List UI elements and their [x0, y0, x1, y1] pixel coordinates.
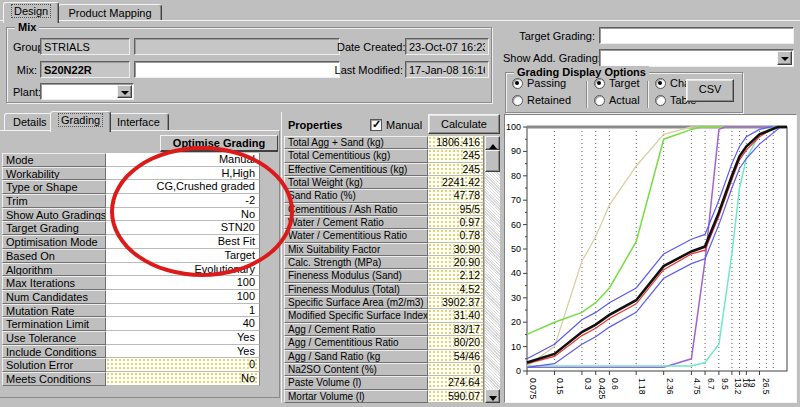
row-value[interactable]: 20.90	[428, 256, 484, 269]
table-row: Termination Limit40	[2, 317, 278, 331]
row-value[interactable]: Yes	[106, 345, 260, 359]
table-row: Total Cementitious (kg)245	[284, 149, 484, 162]
csv-button[interactable]: CSV	[686, 79, 734, 102]
table-row: AlgorithmEvolutionary	[2, 263, 278, 277]
grading-chart-panel: 01020304050607080901000.0750.150.30.4250…	[504, 114, 797, 403]
row-value[interactable]: 2.12	[428, 269, 484, 282]
row-value[interactable]: 0.78	[428, 229, 484, 242]
table-row: Mortar Volume (l)590.07	[284, 390, 484, 403]
scrollbar-thumb[interactable]	[485, 150, 500, 172]
properties-table: Total Agg + Sand (kg)1806.416Total Cemen…	[284, 136, 484, 403]
tab-design[interactable]: Design	[3, 2, 59, 23]
mix-description-field[interactable]	[134, 61, 340, 78]
row-value[interactable]: No	[106, 372, 260, 386]
row-value[interactable]: 83/17	[428, 323, 484, 336]
table-row: Na2SO Content (%)0	[284, 363, 484, 376]
svg-text:90: 90	[511, 146, 521, 156]
row-value[interactable]: 0.97	[428, 216, 484, 229]
row-value[interactable]: 0	[106, 358, 260, 372]
row-value[interactable]: CG,Crushed graded	[106, 180, 260, 194]
row-value[interactable]: Evolutionary	[106, 263, 260, 277]
table-row: Cementitious / Ash Ratio95/5	[284, 203, 484, 216]
row-value[interactable]: -2	[106, 194, 260, 208]
properties-title: Properties	[288, 119, 342, 131]
svg-text:4.75: 4.75	[692, 378, 702, 395]
table-row: Trim-2	[2, 194, 278, 208]
row-label: Total Cementitious (kg)	[284, 149, 428, 162]
row-value[interactable]: 95/5	[428, 203, 484, 216]
row-value[interactable]: No	[106, 208, 260, 222]
row-label: Effective Cementitious (kg)	[284, 163, 428, 176]
group-description-field[interactable]	[134, 38, 340, 55]
tab-interface[interactable]: Interface	[108, 113, 169, 131]
radio-passing[interactable]: Passing	[512, 77, 566, 89]
date-created-field[interactable]	[405, 38, 489, 55]
row-label: Agg / Cementitious Ratio	[284, 336, 428, 349]
target-grading-label: Target Grading:	[513, 30, 595, 42]
row-label: Solution Error	[2, 358, 106, 372]
svg-text:9.5: 9.5	[720, 378, 730, 390]
tab-grading[interactable]: Grading	[50, 111, 111, 132]
row-value[interactable]: 30.90	[428, 243, 484, 256]
mix-field[interactable]	[40, 61, 130, 78]
plant-combobox[interactable]	[40, 83, 134, 100]
row-value[interactable]: 47.78	[428, 189, 484, 202]
target-grading-input[interactable]	[599, 27, 794, 44]
row-label: Cementitious / Ash Ratio	[284, 203, 428, 216]
tab-details[interactable]: Details	[4, 113, 56, 131]
table-row: Show Auto GradingsNo	[2, 208, 278, 222]
row-label: Total Agg + Sand (kg)	[284, 136, 428, 149]
row-value[interactable]: 245	[428, 149, 484, 162]
table-row: Max Iterations100	[2, 276, 278, 290]
radio-target[interactable]: Target	[594, 77, 640, 89]
row-value[interactable]: H,High	[106, 167, 260, 181]
row-value[interactable]: STN20	[106, 221, 260, 235]
optimise-grading-header[interactable]: Optimise Grading	[160, 135, 278, 152]
tab-page-edge	[0, 20, 800, 22]
row-label: Mix Suitability Factor	[284, 243, 428, 256]
row-value[interactable]: 3902.37	[428, 296, 484, 309]
row-value[interactable]: 4.52	[428, 283, 484, 296]
scroll-down-button[interactable]	[485, 389, 500, 403]
table-row: Total Weight (kg)2241.42	[284, 176, 484, 189]
row-value[interactable]: 274.64	[428, 376, 484, 389]
last-modified-field[interactable]	[405, 61, 489, 78]
row-value[interactable]: 0	[428, 363, 484, 376]
row-label: Termination Limit	[2, 317, 106, 331]
row-label: Fineness Modulus (Sand)	[284, 269, 428, 282]
row-value[interactable]: 31.40	[428, 309, 484, 322]
row-value[interactable]: 590.07	[428, 390, 484, 403]
row-value[interactable]: Yes	[106, 331, 260, 345]
row-value[interactable]: 2241.42	[428, 176, 484, 189]
row-value[interactable]: Manual	[106, 153, 260, 167]
row-value[interactable]: 80/20	[428, 336, 484, 349]
row-value[interactable]: 100	[106, 290, 260, 304]
radio-actual[interactable]: Actual	[594, 94, 640, 106]
calculate-button[interactable]: Calculate	[428, 114, 500, 134]
table-row: Specific Surface Area (m2/m3)3902.37	[284, 296, 484, 309]
table-row: Agg / Cementitious Ratio80/20	[284, 336, 484, 349]
row-value[interactable]: Target	[106, 249, 260, 263]
show-add-grading-dropdown-button[interactable]	[777, 51, 792, 65]
scroll-up-button[interactable]	[485, 136, 500, 150]
properties-scrollbar[interactable]	[485, 136, 500, 403]
row-value[interactable]: Best Fit	[106, 235, 260, 249]
row-label: Calc. Strength (MPa)	[284, 256, 428, 269]
radio-retained[interactable]: Retained	[512, 94, 571, 106]
row-value[interactable]: 100	[106, 276, 260, 290]
table-row: Type or ShapeCG,Crushed graded	[2, 180, 278, 194]
row-value[interactable]: 245	[428, 163, 484, 176]
mix-groupbox: Mix Group: Date Created: Mix: Last Modif…	[6, 27, 492, 103]
row-value[interactable]: 1806.416	[428, 136, 484, 149]
show-add-grading-combobox[interactable]	[599, 49, 794, 67]
manual-checkbox[interactable]	[370, 119, 382, 131]
grading-chart: 01020304050607080901000.0750.150.30.4250…	[505, 115, 796, 404]
row-label: Na2SO Content (%)	[284, 363, 428, 376]
properties-panel: Properties Manual Calculate Total Agg + …	[281, 112, 501, 403]
svg-text:0.3: 0.3	[583, 378, 593, 390]
row-value[interactable]: 54/46	[428, 350, 484, 363]
row-value[interactable]: 1	[106, 304, 260, 318]
row-value[interactable]: 40	[106, 317, 260, 331]
group-field[interactable]	[40, 38, 130, 55]
plant-dropdown-button[interactable]	[117, 85, 132, 98]
